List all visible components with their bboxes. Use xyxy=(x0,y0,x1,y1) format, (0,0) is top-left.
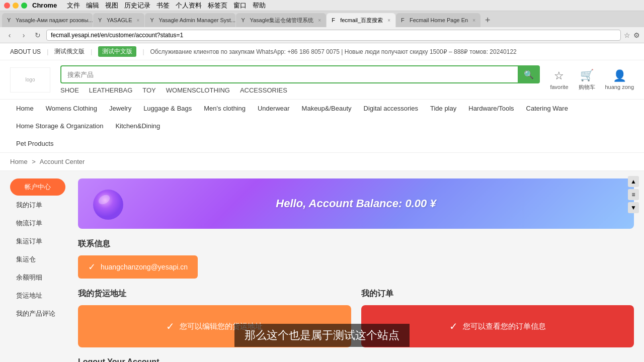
nav-home[interactable]: Home xyxy=(10,100,40,117)
logout-section: Logout Your Account Logout xyxy=(78,357,634,362)
lang-cn-btn[interactable]: 测试俄文版 xyxy=(54,47,85,56)
scroll-list-icon[interactable]: ≡ xyxy=(628,189,639,200)
traffic-lights xyxy=(4,3,27,9)
nav-kitchen-dining[interactable]: Kitchen&Dining xyxy=(109,117,166,135)
sidebar-item-warehouse[interactable]: 集运仓 xyxy=(10,251,65,268)
tab-4-close[interactable]: × xyxy=(318,18,321,23)
shipping-icon: ✓ xyxy=(166,320,175,332)
forward-button[interactable]: › xyxy=(18,30,29,41)
tab-4[interactable]: Y Yasagle集运仓储管理系统 × xyxy=(236,13,326,27)
cat-shoe[interactable]: SHOE xyxy=(60,86,79,94)
nav-home-storage[interactable]: Home Storage & Organization xyxy=(10,117,109,135)
menu-bookmarks[interactable]: 书签 xyxy=(156,1,170,10)
menu-profile[interactable]: 个人资料 xyxy=(176,1,202,10)
browser-icons: ☆ ⚙ xyxy=(624,31,640,39)
close-dot[interactable] xyxy=(4,3,10,9)
nav-digital-accessories[interactable]: Digital accessories xyxy=(358,100,424,117)
bookmark-icon[interactable]: ☆ xyxy=(624,31,630,39)
tab-5-close[interactable]: × xyxy=(387,18,390,23)
cat-womensclothing[interactable]: WOMENSCLOTHING xyxy=(166,86,230,94)
search-box: 🔍 xyxy=(60,65,540,83)
lang-cn-active-btn[interactable]: 测试中文版 xyxy=(98,46,136,57)
nav-makeup-beauty[interactable]: Makeup&/Beauty xyxy=(296,100,358,117)
tab-3-label: Yasagle Admin Manager Syst... xyxy=(158,17,235,23)
header-actions: ☆ favorite 🛒 购物车 👤 huang zong xyxy=(550,69,634,91)
back-button[interactable]: ‹ xyxy=(4,30,15,41)
cat-leatherbag[interactable]: LEATHERBAG xyxy=(89,86,132,94)
cart-action[interactable]: 🛒 购物车 xyxy=(579,69,595,91)
menu-history[interactable]: 历史记录 xyxy=(124,1,150,10)
nav-luggage-bags[interactable]: Luggage & Bags xyxy=(137,100,198,117)
about-us-link[interactable]: ABOUT US xyxy=(10,48,41,55)
tab-6[interactable]: F Fecmail Home Page En × xyxy=(396,13,480,27)
menu-window[interactable]: 窗口 xyxy=(233,1,247,10)
search-area: 🔍 SHOE LEATHERBAG TOY WOMENSCLOTHING ACC… xyxy=(60,65,540,94)
sidebar: 帐户中心 我的订单 物流订单 集运订单 集运仓 余额明细 货运地址 我的产品评论 xyxy=(10,171,70,362)
cart-label: 购物车 xyxy=(579,83,595,91)
nav-pet-products[interactable]: Pet Products xyxy=(10,135,634,152)
sidebar-item-address[interactable]: 货运地址 xyxy=(10,287,65,304)
scroll-up-button[interactable]: ▲ xyxy=(628,176,639,187)
menu-edit[interactable]: 编辑 xyxy=(86,1,99,10)
nav-hardware-tools[interactable]: Hardware/Tools xyxy=(462,100,520,117)
breadcrumb-home[interactable]: Home xyxy=(10,158,28,165)
nav-mens-clothing[interactable]: Men's clothing xyxy=(198,100,252,117)
favorite-action[interactable]: ☆ favorite xyxy=(550,69,568,90)
sidebar-item-logistics-orders[interactable]: 物流订单 xyxy=(10,215,65,232)
user-icon: 👤 xyxy=(613,69,626,82)
menu-view[interactable]: 视图 xyxy=(105,1,118,10)
cat-toy[interactable]: TOY xyxy=(142,86,156,94)
logo[interactable]: logo xyxy=(10,67,50,93)
sidebar-item-reviews[interactable]: 我的产品评论 xyxy=(10,305,65,322)
cat-accessories[interactable]: ACCESSORIES xyxy=(240,86,287,94)
nav-categories: SHOE LEATHERBAG TOY WOMENSCLOTHING ACCES… xyxy=(60,86,540,94)
breadcrumb-sep: > xyxy=(32,158,36,165)
tab-3[interactable]: Y Yasagle Admin Manager Syst... × xyxy=(145,13,235,27)
nav-womens-clothing[interactable]: Womens Clothing xyxy=(40,100,103,117)
banner-balance-text: Hello, Account Balance: 0.00 ¥ xyxy=(276,197,436,210)
nav-jewelry[interactable]: Jewelry xyxy=(103,100,137,117)
logout-title: Logout Your Account xyxy=(78,357,634,362)
sidebar-item-my-orders[interactable]: 我的订单 xyxy=(10,197,65,214)
new-tab-button[interactable]: + xyxy=(481,15,495,26)
check-icon: ✓ xyxy=(88,261,96,273)
search-input[interactable] xyxy=(60,65,518,83)
search-icon: 🔍 xyxy=(524,70,534,79)
breadcrumb: Home > Account Center xyxy=(0,153,644,171)
address-input[interactable] xyxy=(46,30,621,41)
tab-2[interactable]: Y YASAGLE × xyxy=(93,13,144,27)
search-button[interactable]: 🔍 xyxy=(518,65,540,83)
app-name: Chrome xyxy=(32,2,57,9)
contact-email: huangchanzong@yesapi.cn xyxy=(101,263,188,271)
announcement-bar: ABOUT US | 测试俄文版 | 测试中文版 | Обслуживание … xyxy=(0,43,644,60)
sidebar-item-account-center[interactable]: 帐户中心 xyxy=(10,178,65,196)
extensions-icon[interactable]: ⚙ xyxy=(633,31,640,39)
tab-5-label: fecmail_百度搜索 xyxy=(340,17,383,24)
nav-catering-ware[interactable]: Catering Ware xyxy=(520,100,574,117)
menu-tabs[interactable]: 标签页 xyxy=(208,1,227,10)
tab-5[interactable]: F fecmail_百度搜索 × xyxy=(327,13,395,27)
subtitle-text: 那么这个也是属于测试这个站点 xyxy=(245,329,399,341)
minimize-dot[interactable] xyxy=(13,3,19,9)
favorite-label: favorite xyxy=(550,84,568,90)
user-action[interactable]: 👤 huang zong xyxy=(605,69,634,90)
nav-underwear[interactable]: Underwear xyxy=(252,100,296,117)
tab-1-label: Yasagle-Ами падают розовы... xyxy=(16,17,93,23)
sidebar-item-balance[interactable]: 余额明细 xyxy=(10,269,65,286)
tab-1[interactable]: Y Yasagle-Ами падают розовы... × xyxy=(2,13,93,27)
tab-4-favicon: Y xyxy=(241,17,247,23)
subtitle-overlay: 那么这个也是属于测试这个站点 xyxy=(234,324,410,347)
favorite-icon: ☆ xyxy=(554,69,564,82)
tab-bar: Y Yasagle-Ами падают розовы... × Y YASAG… xyxy=(0,11,644,27)
fullscreen-dot[interactable] xyxy=(21,3,27,9)
scroll-down-button[interactable]: ▼ xyxy=(628,202,639,213)
sep2: | xyxy=(91,48,92,55)
menu-help[interactable]: 帮助 xyxy=(253,1,266,10)
reload-button[interactable]: ↻ xyxy=(32,30,43,41)
tab-6-close[interactable]: × xyxy=(472,18,475,23)
sidebar-item-group-orders[interactable]: 集运订单 xyxy=(10,233,65,250)
menu-file[interactable]: 文件 xyxy=(67,1,80,10)
nav-tide-play[interactable]: Tide play xyxy=(424,100,462,117)
tab-2-close[interactable]: × xyxy=(137,18,140,23)
browser-chrome: Y Yasagle-Ами падают розовы... × Y YASAG… xyxy=(0,11,644,43)
